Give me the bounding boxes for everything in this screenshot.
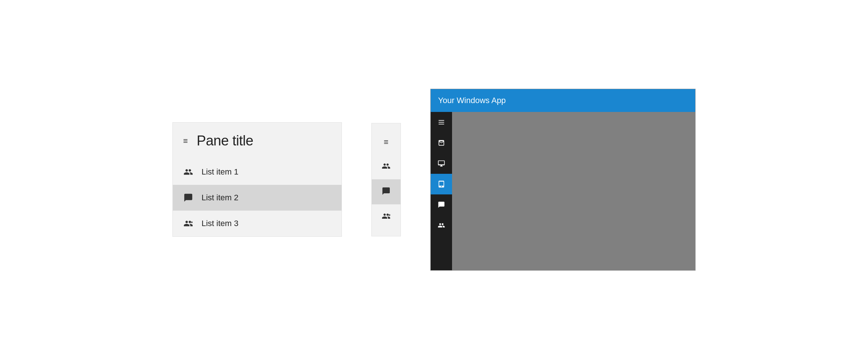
nav-expanded-panel: ≡ Pane title List item 1 List item 2 — [172, 122, 342, 237]
chat-icon-left — [183, 193, 193, 203]
nav-title: Pane title — [197, 133, 253, 149]
collapsed-hamburger-icon: ≡ — [384, 137, 389, 147]
nav-collapsed-panel: ≡ — [371, 123, 401, 236]
collapsed-item-2[interactable] — [372, 179, 400, 204]
app-people-icon — [438, 222, 445, 229]
svg-rect-3 — [439, 122, 444, 123]
nav-item-1[interactable]: List item 1 — [173, 159, 342, 185]
app-content-area — [452, 112, 695, 270]
app-inbox-icon — [438, 139, 445, 147]
app-tablet-icon — [438, 180, 445, 188]
app-titlebar: Your Windows App — [431, 89, 695, 112]
collapsed-people-many-icon — [382, 212, 391, 222]
svg-rect-4 — [439, 124, 444, 124]
nav-item-2[interactable]: List item 2 — [173, 185, 342, 211]
app-tablet-item[interactable] — [431, 174, 452, 194]
app-sidebar — [431, 112, 452, 270]
app-monitor-icon — [438, 160, 445, 167]
app-title: Your Windows App — [438, 96, 506, 105]
app-chat-item[interactable] — [431, 194, 452, 215]
collapsed-hamburger[interactable]: ≡ — [372, 130, 400, 154]
svg-point-0 — [191, 222, 193, 223]
nav-item-3[interactable]: List item 3 — [173, 211, 342, 236]
app-hamburger-icon — [438, 119, 445, 126]
hamburger-icon[interactable]: ≡ — [183, 137, 188, 145]
windows-app: Your Windows App — [430, 89, 696, 271]
collapsed-people-icon — [382, 162, 391, 172]
nav-item-2-label: List item 2 — [202, 193, 238, 203]
collapsed-chat-icon — [382, 187, 391, 197]
collapsed-item-1[interactable] — [372, 154, 400, 179]
people-many-icon-1 — [183, 219, 193, 228]
app-people-item[interactable] — [431, 215, 452, 236]
app-monitor-item[interactable] — [431, 153, 452, 174]
app-chat-icon — [438, 201, 445, 208]
app-hamburger-item[interactable] — [431, 112, 452, 133]
svg-point-1 — [389, 214, 391, 216]
collapsed-item-3[interactable] — [372, 204, 400, 229]
app-body — [431, 112, 695, 270]
nav-item-3-label: List item 3 — [202, 219, 238, 228]
svg-rect-2 — [439, 120, 444, 121]
demo-container: ≡ Pane title List item 1 List item 2 — [150, 67, 718, 293]
nav-item-1-label: List item 1 — [202, 167, 238, 177]
nav-header: ≡ Pane title — [173, 123, 342, 159]
app-inbox-item[interactable] — [431, 133, 452, 153]
people-icon-1 — [183, 167, 193, 177]
